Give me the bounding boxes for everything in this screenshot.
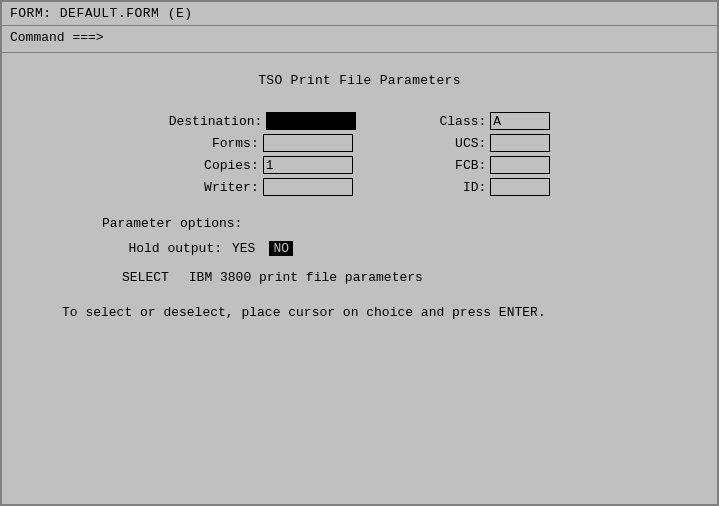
form-fields: Destination: Forms: Copies: Writer:: [42, 112, 677, 196]
form-left: Destination: Forms: Copies: Writer:: [169, 112, 357, 196]
writer-input[interactable]: [263, 178, 353, 196]
forms-row: Forms:: [169, 134, 357, 152]
id-input[interactable]: [490, 178, 550, 196]
command-input[interactable]: [111, 28, 311, 46]
select-description: IBM 3800 print file parameters: [189, 270, 423, 285]
fcb-input[interactable]: [490, 156, 550, 174]
destination-row: Destination:: [169, 112, 357, 130]
class-row: Class:: [436, 112, 550, 130]
class-label: Class:: [436, 114, 486, 129]
destination-input[interactable]: [266, 112, 356, 130]
forms-label: Forms:: [169, 136, 259, 151]
class-input[interactable]: [490, 112, 550, 130]
top-bar: FORM: DEFAULT.FORM (E): [2, 2, 717, 26]
id-label: ID:: [436, 180, 486, 195]
fcb-row: FCB:: [436, 156, 550, 174]
copies-input[interactable]: [263, 156, 353, 174]
form-right: Class: UCS: FCB: ID:: [436, 112, 550, 196]
writer-row: Writer:: [169, 178, 357, 196]
copies-row: Copies:: [169, 156, 357, 174]
id-row: ID:: [436, 178, 550, 196]
no-option[interactable]: NO: [269, 241, 293, 256]
form-label: FORM: DEFAULT.FORM (E): [10, 6, 193, 21]
fcb-label: FCB:: [436, 158, 486, 173]
writer-label: Writer:: [169, 180, 259, 195]
forms-input[interactable]: [263, 134, 353, 152]
command-label: Command ===>: [10, 30, 104, 45]
select-row: SELECT IBM 3800 print file parameters: [122, 270, 677, 285]
ucs-label: UCS:: [436, 136, 486, 151]
copies-label: Copies:: [169, 158, 259, 173]
param-options: Parameter options: Hold output: YES NO S…: [102, 216, 677, 285]
hold-output-row: Hold output: YES NO: [122, 241, 677, 256]
instruction-text: To select or deselect, place cursor on c…: [62, 305, 677, 320]
page-title: TSO Print File Parameters: [42, 73, 677, 88]
ucs-row: UCS:: [436, 134, 550, 152]
main-content: TSO Print File Parameters Destination: F…: [2, 53, 717, 340]
command-line-area: Command ===>: [2, 26, 717, 52]
main-screen: FORM: DEFAULT.FORM (E) Command ===> TSO …: [0, 0, 719, 506]
hold-output-label: Hold output:: [122, 241, 222, 256]
yes-option[interactable]: YES: [232, 241, 255, 256]
destination-label: Destination:: [169, 114, 263, 129]
select-label[interactable]: SELECT: [122, 270, 169, 285]
ucs-input[interactable]: [490, 134, 550, 152]
param-options-label: Parameter options:: [102, 216, 677, 231]
